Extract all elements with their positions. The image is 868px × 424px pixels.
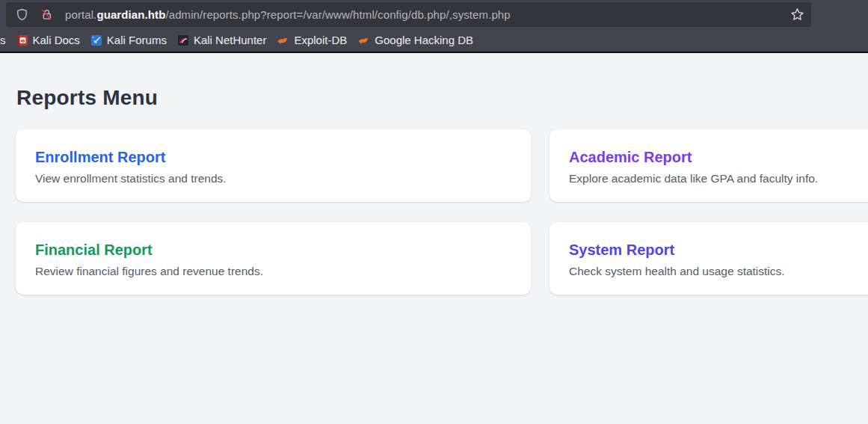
bookmarks-toolbar: s Kali Docs Ka (0, 28, 868, 52)
exploit-db-favicon-icon (277, 34, 289, 46)
card-system-report[interactable]: System Report Check system health and us… (550, 222, 868, 295)
card-description: Review financial figures and revenue tre… (35, 265, 511, 278)
url-bar[interactable]: portal.guardian.htb/admin/reports.php?re… (6, 2, 811, 27)
navigation-toolbar: portal.guardian.htb/admin/reports.php?re… (0, 0, 868, 28)
bookmark-item-google-hacking-db[interactable]: Google Hacking DB (357, 34, 473, 46)
bookmark-item-kali-nethunter[interactable]: Kali NetHunter (177, 34, 267, 46)
card-enrollment-report[interactable]: Enrollment Report View enrollment statis… (16, 129, 531, 202)
google-hacking-db-favicon-icon (357, 34, 370, 46)
system-report-link[interactable]: System Report (569, 242, 674, 259)
card-academic-report[interactable]: Academic Report Explore academic data li… (550, 129, 868, 202)
bookmark-item-kali-docs[interactable]: Kali Docs (16, 34, 80, 46)
url-domain: guardian.htb (96, 8, 165, 21)
url-prefix: portal. (65, 8, 96, 21)
bookmark-label: Kali NetHunter (194, 34, 267, 46)
academic-report-link[interactable]: Academic Report (569, 149, 692, 166)
card-description: Explore academic data like GPA and facul… (569, 172, 868, 185)
bookmark-label: Kali Forums (107, 34, 167, 46)
reports-grid: Enrollment Report View enrollment statis… (16, 129, 868, 295)
bookmark-item-exploit-db[interactable]: Exploit-DB (277, 34, 347, 46)
bookmark-item-truncated[interactable]: s (0, 34, 6, 46)
enrollment-report-link[interactable]: Enrollment Report (35, 149, 165, 166)
bookmark-label: Kali Docs (33, 34, 80, 46)
card-financial-report[interactable]: Financial Report Review financial figure… (16, 222, 531, 295)
page-title: Reports Menu (16, 86, 868, 110)
browser-chrome: portal.guardian.htb/admin/reports.php?re… (0, 0, 868, 53)
bookmark-truncated-label: s (0, 34, 6, 46)
bookmark-star-icon[interactable] (789, 6, 805, 22)
bookmark-item-kali-forums[interactable]: Kali Forums (90, 34, 167, 46)
tracking-protection-shield-icon[interactable] (13, 6, 30, 22)
page-content: Reports Menu Enrollment Report View enro… (0, 53, 868, 295)
bookmark-label: Exploit-DB (294, 34, 347, 46)
kali-forums-favicon-icon (90, 34, 102, 46)
card-description: Check system health and usage statistics… (569, 265, 868, 278)
card-description: View enrollment statistics and trends. (35, 172, 511, 185)
url-path: /admin/reports.php?report=/var/www/html/… (165, 8, 510, 21)
financial-report-link[interactable]: Financial Report (35, 242, 153, 259)
kali-docs-favicon-icon (16, 34, 28, 46)
kali-nethunter-favicon-icon (177, 34, 189, 46)
bookmark-label: Google Hacking DB (375, 34, 473, 46)
insecure-lock-icon[interactable] (38, 6, 55, 22)
url-text[interactable]: portal.guardian.htb/admin/reports.php?re… (65, 8, 511, 21)
